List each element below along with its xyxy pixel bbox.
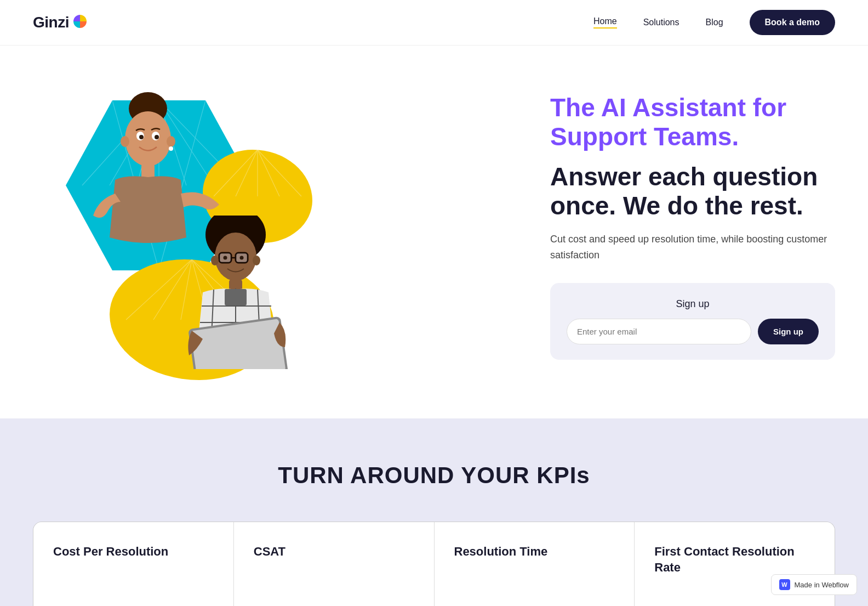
svg-point-44 (240, 256, 244, 260)
svg-point-43 (224, 256, 227, 260)
kpi-card-csat-label: CSAT (254, 544, 285, 560)
kpi-card-resolution-time-label: Resolution Time (454, 544, 548, 560)
man-illustration (164, 216, 340, 369)
hero-content: The AI Assistant for Support Teams. Answ… (550, 93, 835, 359)
svg-point-45 (211, 256, 219, 265)
svg-point-28 (155, 135, 159, 139)
svg-point-30 (167, 136, 175, 147)
kpi-cards: Cost Per Resolution CSAT Resolution Time… (33, 522, 835, 606)
webflow-badge[interactable]: W Made in Webflow (771, 574, 857, 595)
svg-rect-54 (225, 289, 247, 305)
email-input[interactable] (567, 319, 751, 344)
signup-row: Sign up (567, 319, 819, 344)
hero-description: Cut cost and speed up resolution time, w… (550, 231, 835, 263)
kpi-card-resolution-time: Resolution Time (435, 522, 635, 606)
hero-section: The AI Assistant for Support Teams. Answ… (0, 46, 868, 418)
svg-line-13 (258, 150, 301, 196)
navbar: Ginzi Home Solutions Blog Book a demo (0, 0, 868, 46)
nav-link-solutions[interactable]: Solutions (643, 18, 679, 27)
svg-point-24 (125, 111, 171, 166)
svg-line-12 (258, 150, 279, 196)
kpi-card-csat: CSAT (234, 522, 435, 606)
nav-link-home[interactable]: Home (593, 16, 617, 29)
kpi-section: TURN AROUND YOUR KPIs Cost Per Resolutio… (0, 418, 868, 606)
svg-point-29 (121, 136, 129, 147)
signup-label: Sign up (567, 298, 819, 310)
logo[interactable]: Ginzi (33, 14, 88, 31)
svg-line-10 (236, 150, 258, 196)
hero-illustration (33, 84, 362, 369)
kpi-card-cost: Cost Per Resolution (33, 522, 234, 606)
hero-subtitle: The AI Assistant for Support Teams. (550, 93, 835, 151)
logo-icon (72, 14, 88, 29)
kpi-title: TURN AROUND YOUR KPIs (33, 462, 835, 489)
kpi-card-cost-label: Cost Per Resolution (53, 544, 168, 560)
kpi-card-first-contact-label: First Contact Resolution Rate (654, 544, 815, 575)
logo-text: Ginzi (33, 14, 69, 31)
book-demo-button[interactable]: Book a demo (750, 10, 835, 35)
webflow-label: Made in Webflow (795, 581, 849, 589)
nav-link-blog[interactable]: Blog (706, 18, 723, 27)
hero-title: Answer each question once. We do the res… (550, 162, 835, 220)
svg-point-46 (253, 256, 260, 265)
webflow-icon: W (779, 579, 790, 590)
signup-box: Sign up Sign up (550, 283, 835, 360)
nav-links: Home Solutions Blog Book a demo (593, 10, 835, 35)
svg-point-31 (169, 146, 173, 151)
signup-button[interactable]: Sign up (758, 319, 819, 344)
svg-point-27 (139, 135, 144, 139)
